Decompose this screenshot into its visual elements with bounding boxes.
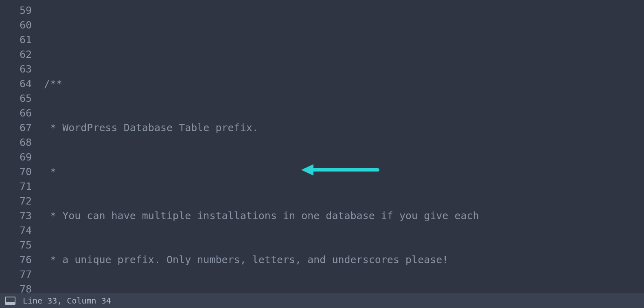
code-line: * a unique prefix. Only numbers, letters… (44, 253, 644, 267)
line-number: 65 (0, 91, 32, 106)
code-line: /** (44, 77, 644, 91)
line-number: 68 (0, 135, 32, 150)
code-line: * You can have multiple installations in… (44, 209, 644, 223)
line-number: 59 (0, 3, 32, 18)
code-editor[interactable]: 5960616263646566676869707172737475767778… (0, 0, 644, 293)
line-number: 72 (0, 194, 32, 209)
line-number: 66 (0, 106, 32, 121)
line-number-gutter: 5960616263646566676869707172737475767778 (0, 0, 36, 293)
line-number: 76 (0, 253, 32, 267)
panel-icon[interactable] (5, 297, 15, 305)
code-line: * (44, 165, 644, 179)
line-number: 62 (0, 47, 32, 62)
line-number: 78 (0, 282, 32, 293)
code-line: * WordPress Database Table prefix. (44, 121, 644, 135)
code-line (44, 33, 644, 47)
line-number: 61 (0, 33, 32, 47)
line-number: 75 (0, 238, 32, 253)
line-number: 63 (0, 62, 32, 77)
line-number: 67 (0, 121, 32, 135)
line-number: 77 (0, 267, 32, 282)
status-bar: Line 33, Column 34 (0, 293, 644, 308)
line-number: 71 (0, 179, 32, 194)
line-number: 73 (0, 209, 32, 223)
line-number: 60 (0, 18, 32, 33)
cursor-position: Line 33, Column 34 (23, 296, 111, 306)
line-number: 70 (0, 165, 32, 179)
line-number: 74 (0, 223, 32, 238)
code-area[interactable]: /** * WordPress Database Table prefix. *… (36, 0, 644, 293)
line-number: 69 (0, 150, 32, 165)
line-number: 64 (0, 77, 32, 91)
